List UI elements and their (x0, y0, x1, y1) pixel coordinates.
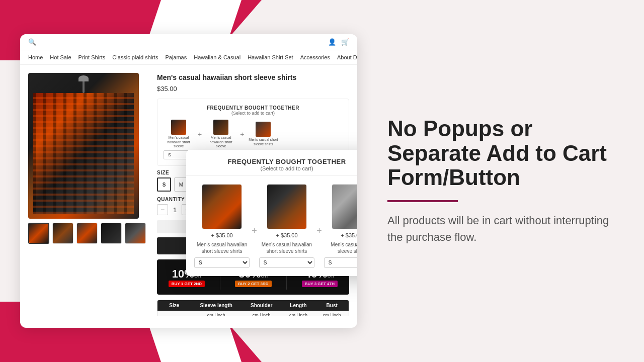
header-icons: 👤 🛒 (328, 38, 349, 46)
subtext: All products will be in cart without int… (387, 212, 614, 245)
nav-hawaiian-casual[interactable]: Hawaiian & Casual (194, 54, 240, 60)
thumbnail-4[interactable] (101, 223, 122, 244)
fbt-inline-img-1 (171, 120, 186, 135)
unit-bust: cm | inch (315, 311, 349, 316)
fbt-popup-select-2[interactable]: SMLXL (259, 257, 314, 268)
fbt-popup-name-1: Men's casual hawaiian short sleeve shirt… (194, 241, 250, 254)
unit-sleeve-cm[interactable]: cm (207, 313, 213, 316)
nav-about[interactable]: About Doruman (337, 54, 357, 60)
thumbnail-1[interactable] (28, 223, 49, 244)
search-icon[interactable]: 🔍 (28, 38, 36, 46)
nav-classic-plaid[interactable]: Classic plaid shirts (112, 54, 158, 60)
fbt-popup-title: FREQUENTLY BOUGHT TOGETHER (194, 158, 357, 165)
main-content: 🔍 👤 🛒 Home Hot Sale Print Shirts Classic… (0, 0, 644, 362)
fbt-popup-item-1: + $35.00 Men's casual hawaiian short sle… (194, 184, 250, 268)
store-panel: 🔍 👤 🛒 Home Hot Sale Print Shirts Classic… (0, 0, 367, 362)
fbt-popup-select-1[interactable]: SMLXL (194, 257, 250, 268)
store-nav: Home Hot Sale Print Shirts Classic plaid… (20, 50, 357, 65)
col-bust: Bust (315, 300, 349, 311)
unit-length-inch[interactable]: inch (299, 313, 307, 316)
fbt-inline-title: FREQUENTLY BOUGHT TOGETHER (164, 105, 343, 111)
product-title: Men's casual hawaiian short sleeve shirt… (157, 73, 349, 82)
product-main-image (28, 73, 139, 219)
fbt-popup-subtitle: (Select to add to cart) (194, 165, 357, 171)
unit-sleeve-inch[interactable]: inch (217, 313, 225, 316)
quantity-decrease[interactable]: − (157, 204, 168, 215)
col-sleeve: Sleeve length (191, 300, 242, 311)
fbt-plus-1: + (198, 130, 202, 138)
cart-icon[interactable]: 🛒 (341, 38, 349, 46)
product-price: $35.00 (157, 85, 349, 93)
product-images (28, 73, 149, 316)
size-chart-header: Size Sleeve length Shoulder Length Bust (157, 300, 349, 311)
fbt-inline-name-2: Men's casual hawaiian short sleeve (206, 136, 236, 148)
store-window: 🔍 👤 🛒 Home Hot Sale Print Shirts Classic… (20, 34, 357, 328)
right-panel: No Popups or Separate Add to Cart Form/B… (367, 0, 644, 362)
product-thumbnails (28, 223, 149, 244)
fbt-inline-subtitle: (Select to add to cart) (164, 111, 343, 116)
fbt-plus-2: + (240, 130, 244, 138)
shirt-pattern (33, 93, 134, 214)
headline: No Popups or Separate Add to Cart Form/B… (387, 117, 614, 190)
nav-home[interactable]: Home (28, 54, 43, 60)
fbt-popup-name-2: Men's casual hawaiian short sleeve shirt… (259, 241, 314, 254)
headline-divider (387, 200, 458, 202)
nav-hot-sale[interactable]: Hot Sale (50, 54, 71, 60)
fbt-popup-item-2: + $35.00 Men's casual hawaiian short sle… (259, 184, 314, 268)
fbt-popup-item-3: + $35.00 Men's casual short sleeve shirt… (324, 184, 357, 268)
fbt-popup-plus-1: + (252, 216, 257, 236)
fbt-inline-name-3: Men's casual short sleeve shirts (248, 138, 278, 146)
unit-bust-inch[interactable]: inch (333, 313, 341, 316)
unit-shoulder: cm | inch (242, 311, 282, 316)
col-shoulder: Shoulder (242, 300, 282, 311)
unit-length: cm | inch (282, 311, 315, 316)
discount-label-1: BUY 1 GET 2ND (169, 281, 205, 287)
unit-shoulder-cm[interactable]: cm (253, 313, 259, 316)
col-size: Size (157, 300, 191, 311)
fbt-popup-price-3: + $35.00 (341, 232, 357, 238)
store-header: 🔍 👤 🛒 (20, 34, 357, 50)
fbt-popup-select-3[interactable]: SMLXL (324, 257, 357, 268)
unit-size (157, 311, 191, 316)
fbt-inline-img-3 (256, 122, 271, 137)
fbt-popup-price-1: + $35.00 (211, 232, 233, 238)
nav-pajamas[interactable]: Pajamas (165, 54, 187, 60)
fbt-popup-img-1 (202, 184, 242, 229)
fbt-inline-items: Men's casual hawaiian short sleeve + Men… (164, 120, 343, 148)
discount-label-2: BUY 2 GET 3RD (235, 281, 271, 287)
unit-length-cm[interactable]: cm (289, 313, 295, 316)
fbt-popup-price-2: + $35.00 (276, 232, 297, 238)
user-icon[interactable]: 👤 (328, 38, 336, 46)
col-length: Length (282, 300, 315, 311)
unit-shoulder-inch[interactable]: inch (262, 313, 271, 316)
fbt-inline-name-1: Men's casual hawaiian short sleeve (164, 136, 194, 148)
fbt-popup-img-3 (332, 184, 357, 229)
nav-hawaiian-set[interactable]: Hawaiian Shirt Set (248, 54, 293, 60)
fbt-popup-name-3: Men's casual short sleeve shirts (324, 241, 357, 254)
size-s[interactable]: S (157, 177, 171, 192)
discount-label-3: BUY 3 GET 4TH (302, 281, 338, 287)
thumbnail-3[interactable] (76, 223, 98, 244)
fbt-inline-img-2 (213, 120, 228, 135)
thumbnail-2[interactable] (52, 223, 73, 244)
nav-print-shirts[interactable]: Print Shirts (78, 54, 106, 60)
unit-bust-cm[interactable]: cm (323, 313, 329, 316)
unit-sleeve: cm | inch (191, 311, 242, 316)
fbt-popup-plus-2: + (316, 216, 322, 236)
size-chart-units: cm | inch cm | inch cm | inch cm | inch (157, 311, 349, 316)
fbt-inline-item-3: Men's casual short sleeve shirts (248, 122, 278, 146)
size-chart: Size Sleeve length Shoulder Length Bust … (157, 300, 349, 316)
fbt-popup-img-2 (267, 184, 307, 229)
fbt-inline-item-1: Men's casual hawaiian short sleeve (164, 120, 194, 148)
fbt-popup-items: + $35.00 Men's casual hawaiian short sle… (186, 176, 357, 276)
fbt-popup-header: FREQUENTLY BOUGHT TOGETHER (Select to ad… (186, 150, 357, 176)
thumbnail-5[interactable] (125, 223, 146, 244)
fbt-inline-item-2: Men's casual hawaiian short sleeve (206, 120, 236, 148)
quantity-value: 1 (173, 206, 177, 214)
fbt-popup: FREQUENTLY BOUGHT TOGETHER (Select to ad… (186, 150, 357, 276)
nav-accessories[interactable]: Accessories (300, 54, 330, 60)
